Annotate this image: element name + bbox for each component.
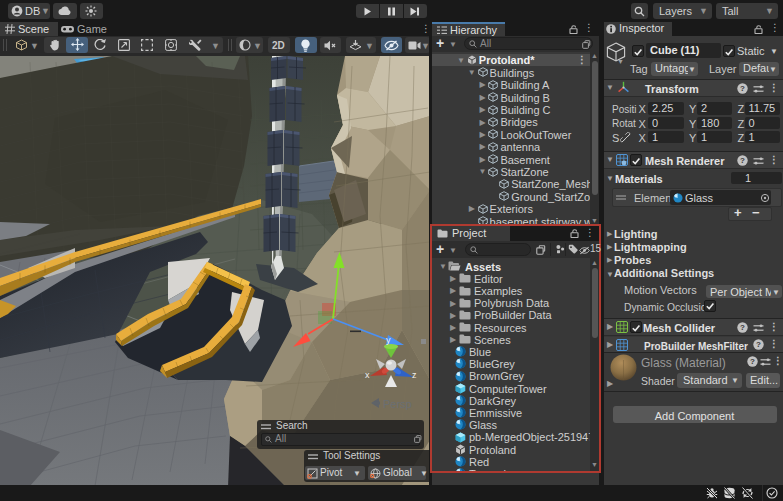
- svg-text:z: z: [412, 370, 417, 380]
- svg-text:?: ?: [750, 357, 755, 366]
- svg-text:?: ?: [756, 340, 761, 349]
- svg-text:?: ?: [740, 84, 745, 93]
- svg-text:y: y: [386, 335, 391, 345]
- svg-text:?: ?: [740, 156, 745, 165]
- svg-text:?: ?: [740, 323, 745, 332]
- svg-text:x: x: [365, 370, 370, 380]
- svg-text:Persp: Persp: [383, 398, 412, 410]
